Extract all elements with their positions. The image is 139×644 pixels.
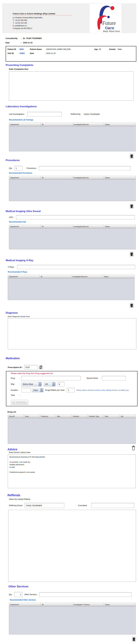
col-id: ID — [41, 225, 72, 228]
section-title-laboratory: Laboratory Investigations — [6, 105, 139, 108]
recommended-other-services-link[interactable]: Recommended Other Services — [10, 599, 139, 601]
total-label: Total — [11, 394, 20, 396]
col-id: ID — [41, 176, 72, 180]
section-title-referrals: Refferals — [8, 494, 139, 497]
patient-id-label: Patient ID — [8, 48, 18, 50]
other-qty-input[interactable] — [14, 592, 22, 597]
col-status: Status — [104, 176, 136, 180]
special-notes-input[interactable] — [102, 376, 126, 380]
xray-table-body[interactable] — [8, 278, 134, 300]
meal-timing-select[interactable]: Before Meal ▼ — [22, 382, 42, 386]
patient-name-value: JONATHAN JAMES WILSON — [46, 48, 70, 50]
refresh-icon — [39, 365, 42, 369]
uss-table-body[interactable] — [9, 228, 136, 249]
complaints-textarea[interactable] — [9, 72, 134, 100]
referred-by-label: Reffered By : — [70, 113, 82, 115]
trash-icon — [132, 637, 136, 641]
prescription-id-input[interactable] — [24, 365, 37, 370]
lab-delete-button[interactable] — [130, 154, 134, 158]
trash-icon — [130, 252, 133, 256]
other-services-table-body[interactable] — [9, 606, 136, 634]
drug-list-label: Drug List — [8, 411, 139, 413]
way-label: Way — [11, 383, 20, 385]
consultant-input[interactable] — [91, 503, 134, 508]
way-qty-input[interactable] — [58, 382, 64, 386]
section-title-other-services: Other Services — [8, 585, 139, 588]
section-title-advice: Advice — [8, 448, 17, 451]
lab-table-body[interactable] — [9, 126, 136, 151]
patient-id-value: 8565 — [20, 48, 24, 50]
recommended-xrays-link[interactable]: Recommended X-Rays — [8, 271, 139, 273]
table-header: Department ID Investigation/Service Stat… — [9, 176, 136, 180]
procedures-delete-button[interactable] — [130, 204, 134, 208]
per-meal-label: Drugs/Tablets per meal : — [45, 389, 65, 391]
other-services-delete-button[interactable] — [132, 636, 136, 642]
referring-doctor-input[interactable] — [25, 503, 64, 508]
procedures-qty-input[interactable] — [14, 166, 22, 170]
procedures-input[interactable] — [39, 166, 131, 170]
drug-list-delete-button[interactable] — [131, 445, 136, 451]
lab-investigation-input[interactable] — [27, 112, 62, 116]
company-phone-2: T: +24 84 225 252 — [13, 22, 72, 24]
uss-input[interactable] — [16, 215, 135, 219]
col-duration: Duration — [72, 415, 88, 418]
col-status: Status — [103, 275, 134, 278]
col-drug: Drug — [24, 415, 40, 418]
section-title-xray: Medical Imaging X-Ray — [6, 259, 139, 262]
referrals-subtitle: Select the needed Refferal — [9, 498, 139, 500]
referring-doctor-label: Reffering Doctor — [9, 504, 22, 506]
frequency-select[interactable]: OD ▼ — [44, 382, 56, 386]
col-id: ID — [40, 275, 71, 278]
procedures-table-body[interactable] — [9, 180, 136, 201]
future-care-logo: Future Care ♥ Body Mind Soul — [90, 4, 121, 33]
recommended-xrays-table: Department ID Investigation/Service Stat… — [8, 275, 134, 300]
section-title-procedures: Procedures — [6, 159, 139, 162]
logo-swoosh-icon: Future Care ♥ Body Mind Soul — [90, 4, 121, 33]
trash-icon — [130, 303, 133, 307]
col-way: Way — [56, 415, 72, 418]
gender-label: Gender — [109, 48, 116, 50]
section-title-presenting-complaints: Presenting Complaints — [6, 64, 139, 67]
recommended-lab-testings-link[interactable]: Recommended Lab Testings — [9, 119, 139, 121]
trash-outline-icon — [132, 446, 136, 450]
svg-text:Body Mind Soul: Body Mind Soul — [103, 30, 120, 32]
xray-delete-button[interactable] — [130, 303, 134, 308]
col-id: ID — [41, 123, 72, 126]
visit-id-value: 16962 — [20, 52, 25, 54]
drug-list-body[interactable] — [8, 418, 136, 444]
diagnosis-textarea[interactable] — [8, 318, 136, 349]
special-notes-label: Special Notes — [86, 377, 98, 379]
visit-date-value: 2024-11-15 — [46, 52, 56, 54]
consulted-by-row: Consulted By : Dr. TAZIO TOURNIER — [6, 37, 139, 40]
add-drug-button[interactable]: Add Drug — [11, 400, 28, 405]
uss-delete-button[interactable] — [130, 252, 134, 256]
other-services-input[interactable] — [39, 592, 132, 597]
recommended-uss-link[interactable]: Recommended USS — [9, 221, 139, 223]
referrals-listbox[interactable] — [8, 510, 136, 582]
date-label: Date — [6, 42, 21, 44]
drug-warning-text: Please select the Drug from Drug suggess… — [11, 372, 137, 374]
procedures-label: Procedures : — [26, 167, 37, 169]
section-title-medication: Medication — [6, 357, 139, 360]
col-qty: Qty — [120, 415, 136, 418]
xrays-input[interactable] — [17, 265, 135, 269]
frequency-value: OD — [44, 382, 52, 386]
col-investigation-service: Investigation/Service — [72, 225, 104, 228]
refresh-prescription-button[interactable] — [38, 365, 43, 370]
patient-info-bar: Patient ID:8565 Patient Name:JONATHAN JA… — [6, 46, 136, 62]
duration-input[interactable] — [22, 388, 31, 392]
consult-date-row: Date : 2024-11-15 — [6, 42, 139, 44]
table-header: Department ID Investigation/Service Stat… — [8, 275, 134, 278]
company-info: Future Care by Future Holdings (Pty) Lim… — [13, 12, 72, 30]
drug-input[interactable] — [22, 376, 80, 380]
recommended-procedures-link[interactable]: Recommended Procedures — [9, 172, 139, 174]
advice-label: Enter Doctor's Advice Here — [9, 452, 139, 454]
company-phone-1: T: +24 82 593 593 — [13, 19, 72, 22]
duration-type-select[interactable]: Day/s ▼ — [32, 388, 43, 392]
col-status: Status — [104, 603, 136, 606]
advice-textarea[interactable]: biomechanical cleeaning of 37 (Na-Hypoch… — [8, 454, 136, 488]
letterhead: Future Care by Future Holdings (Pty) Lim… — [2, 3, 136, 33]
per-meal-input[interactable] — [67, 388, 74, 392]
prescription-id-label: Prescription ID : — [8, 366, 23, 368]
consulted-by-value: Dr. TAZIO TOURNIER — [23, 37, 42, 40]
